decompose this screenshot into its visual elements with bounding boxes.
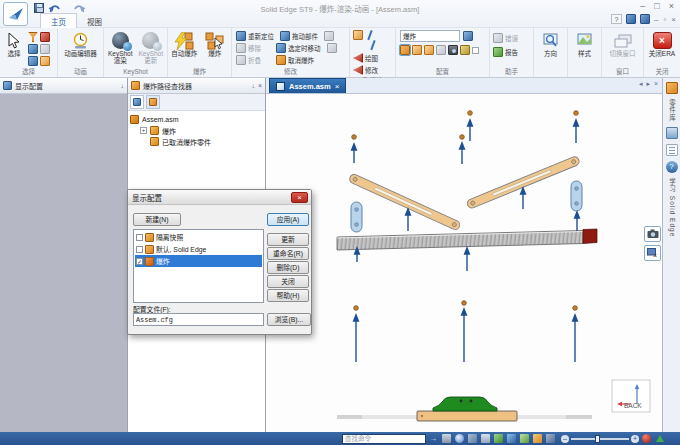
flowline-toggle-icon[interactable] — [367, 30, 377, 52]
rotate-icon[interactable] — [494, 434, 503, 443]
unexplode-button[interactable]: 取消爆炸 — [276, 54, 314, 66]
save-icon[interactable] — [34, 3, 44, 13]
rename-button[interactable]: 重命名(R) — [267, 247, 309, 260]
explode-pathfinder-tab[interactable] — [146, 95, 160, 109]
zoom-slider[interactable]: – + — [561, 435, 639, 443]
fit-view-icon[interactable] — [442, 434, 451, 443]
modify-extra-icon-1[interactable] — [324, 31, 334, 41]
link-plate-right[interactable] — [571, 181, 582, 211]
help-icon[interactable]: ? — [611, 14, 622, 24]
assembly-pathfinder-tab[interactable] — [130, 95, 144, 109]
explode-button[interactable]: 爆炸 — [201, 30, 230, 67]
tab-list-close-icon[interactable]: × — [654, 80, 658, 88]
collapse-button[interactable]: 折叠 — [236, 54, 270, 66]
config-file-input[interactable] — [133, 313, 264, 326]
base-board-part[interactable] — [417, 411, 517, 421]
exploded-view[interactable]: BACK — [266, 94, 662, 432]
drag-part-button[interactable]: 拖动部件 — [280, 30, 318, 42]
flowline-draw-button[interactable]: 绘图 — [353, 52, 393, 64]
doc-minimize-button[interactable]: – — [654, 15, 658, 24]
linkage-bar-left[interactable] — [348, 173, 461, 231]
close-dialog-button[interactable]: 关闭 — [267, 275, 309, 288]
switch-window-button[interactable]: 切换窗口 — [604, 30, 641, 67]
config-list-item[interactable]: 隔离快照 — [135, 231, 262, 243]
document-tab[interactable]: Assem.asm × — [269, 78, 346, 93]
find-command-input[interactable] — [342, 434, 426, 444]
config-edit-icon[interactable] — [424, 45, 434, 55]
zoom-area-icon[interactable] — [455, 434, 464, 443]
minimize-button[interactable]: – — [640, 1, 645, 11]
move-selected-button[interactable]: 选定时移动 — [276, 42, 321, 54]
maximize-button[interactable]: □ — [654, 1, 659, 11]
zoom-in-icon[interactable]: + — [631, 435, 639, 443]
dialog-close-icon[interactable]: × — [291, 192, 308, 203]
select-box-icon[interactable] — [28, 44, 38, 54]
config-checkbox[interactable] — [472, 47, 479, 54]
keyshot-render-button[interactable]: KeyShot 渲染 — [106, 30, 135, 67]
common-views-icon[interactable] — [520, 434, 529, 443]
config-combo[interactable]: 爆炸 — [400, 30, 460, 42]
tree-root-row[interactable]: Assem.asm — [130, 114, 263, 125]
doc-close-button[interactable]: × — [671, 15, 676, 24]
report-button[interactable]: 报告 — [493, 46, 531, 58]
flowline-modify-button[interactable]: 修改 — [353, 64, 393, 76]
tab-home[interactable]: 主页 — [40, 13, 77, 28]
select-button[interactable]: 选择 — [2, 30, 26, 67]
display-tab-icon[interactable] — [666, 127, 678, 139]
dialog-title-bar[interactable]: 显示配置 × — [128, 190, 311, 205]
apply-button[interactable]: 应用(A) — [267, 213, 309, 226]
update-button[interactable]: 更新 — [267, 233, 309, 246]
select-bottom-up-icon[interactable] — [28, 56, 38, 66]
auto-explode-button[interactable]: 自动爆炸 — [170, 30, 199, 67]
config-stack-icon[interactable] — [436, 45, 446, 55]
select-options-icon[interactable] — [40, 44, 50, 54]
tab-scroll-left-icon[interactable]: ◂ — [639, 80, 643, 88]
pathfinder-close-icon[interactable]: × — [258, 82, 262, 89]
delete-button[interactable]: 删除(D) — [267, 261, 309, 274]
window-layout-icon[interactable] — [546, 434, 555, 443]
help-button[interactable]: 帮助(H) — [267, 289, 309, 302]
flowline-top-icon[interactable] — [353, 30, 363, 40]
zoom-out-icon[interactable]: – — [561, 435, 569, 443]
close-button[interactable]: × — [669, 1, 674, 11]
config-camera-icon[interactable] — [448, 45, 458, 55]
close-view-button[interactable]: × — [644, 245, 661, 261]
undo-icon[interactable] — [48, 3, 61, 14]
select-lock-icon[interactable] — [40, 32, 50, 42]
config-checkbox-unchecked[interactable] — [136, 234, 143, 241]
window-list-icon[interactable] — [626, 14, 636, 24]
tab-view[interactable]: 视图 — [77, 14, 112, 28]
spin-icon[interactable] — [507, 434, 516, 443]
tree-row-unexploded[interactable]: 已取消爆炸零件 — [130, 136, 263, 147]
error-button[interactable]: 错误 — [493, 32, 531, 44]
redo-icon[interactable] — [73, 3, 86, 14]
config-list-item[interactable]: 默认, Solid Edge — [135, 243, 262, 255]
learn-help-icon[interactable]: ? — [666, 161, 678, 173]
fastener-parts[interactable] — [352, 111, 579, 311]
panel-pin-icon[interactable]: ↓ — [121, 82, 125, 89]
rail-red-cap[interactable] — [583, 229, 597, 244]
tree-row-explode[interactable]: + 爆炸 — [130, 125, 263, 136]
orientation-button[interactable]: 方向 — [536, 30, 565, 67]
zoom-slider-handle[interactable] — [595, 435, 600, 443]
zoom-slider-track[interactable] — [571, 438, 629, 440]
zoom-icon[interactable] — [468, 434, 477, 443]
learn-tab-label[interactable]: 学习 Solid Edge — [665, 178, 679, 237]
config-checkbox-checked[interactable]: ✓ — [136, 258, 143, 265]
graphics-canvas[interactable]: BACK × — [266, 94, 662, 432]
browse-button[interactable]: 浏览(B)... — [267, 313, 311, 326]
window-cascade-icon[interactable] — [640, 14, 650, 24]
config-checkbox-unchecked[interactable] — [136, 246, 143, 253]
config-new-icon[interactable] — [400, 45, 410, 55]
pathfinder-pin-icon[interactable]: ↓ — [251, 82, 255, 89]
previous-command-icon[interactable]: → — [429, 434, 437, 443]
save-config-icon[interactable] — [463, 31, 473, 41]
animation-editor-button[interactable]: 动画编辑器 — [61, 30, 101, 67]
config-key-icon[interactable] — [460, 45, 470, 55]
expand-icon[interactable]: + — [140, 127, 147, 134]
document-tab-close-icon[interactable]: × — [335, 82, 340, 91]
display-config-panel-body[interactable] — [0, 94, 127, 432]
select-clear-icon[interactable] — [40, 56, 50, 66]
doc-restore-button[interactable]: ▫ — [663, 15, 666, 24]
config-copy-icon[interactable] — [412, 45, 422, 55]
